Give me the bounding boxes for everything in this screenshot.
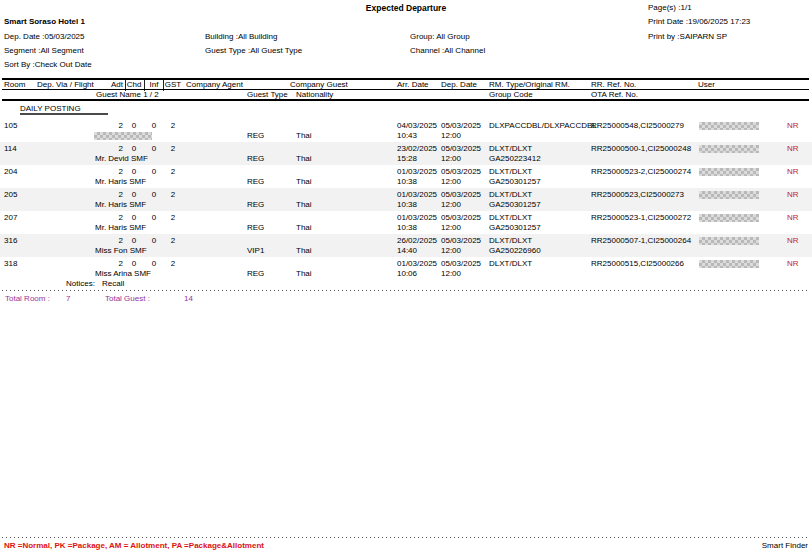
group-code: GA250301257	[489, 223, 541, 232]
guest-count: 2	[164, 144, 182, 153]
infant-count: 0	[146, 167, 162, 176]
page-count: Page(s) :1/1	[648, 3, 692, 12]
user-redacted	[699, 214, 759, 222]
arrival-date: 01/03/2025	[397, 213, 437, 222]
filter-guest-type: Guest Type :All Guest Type	[205, 46, 302, 55]
nationality: Thai	[296, 269, 312, 278]
adult-count: 2	[104, 236, 123, 245]
nationality: Thai	[296, 223, 312, 232]
col-ota-ref-no: OTA Ref. No.	[591, 90, 638, 99]
child-count: 0	[126, 236, 142, 245]
col-adt: Adt	[104, 80, 123, 89]
guest-type: REG	[247, 223, 264, 232]
hotel-name: Smart Soraso Hotel 1	[4, 17, 85, 26]
col-inf: Inf	[146, 80, 162, 89]
total-room-value: 7	[66, 294, 70, 303]
room-type: DLXT/DLXT	[489, 213, 532, 222]
filter-channel: Channel :All Channel	[410, 46, 485, 55]
guest-count: 2	[164, 213, 182, 222]
child-count: 0	[126, 213, 142, 222]
nationality: Thai	[296, 177, 312, 186]
arrival-time: 10:38	[397, 177, 417, 186]
arrival-time: 10:38	[397, 223, 417, 232]
user-redacted	[699, 191, 759, 199]
arrival-date: 01/03/2025	[397, 259, 437, 268]
filter-group: Group: All Group	[410, 32, 470, 41]
rr-ref-no: RR25000507-1,CI25000264	[591, 236, 691, 245]
room-number: 316	[4, 236, 17, 245]
rr-ref-no: RR25000523-2,CI25000274	[591, 167, 691, 176]
guest-count: 2	[164, 259, 182, 268]
table-row: 205 2 0 0 2 01/03/2025 05/03/2025 DLXT/D…	[0, 188, 812, 211]
room-type: DLXT/DLXT	[489, 236, 532, 245]
room-type: DLXT/DLXT	[489, 167, 532, 176]
room-number: 205	[4, 190, 17, 199]
departure-date: 05/03/2025	[441, 144, 481, 153]
departure-time: 12:00	[441, 269, 461, 278]
infant-count: 0	[146, 236, 162, 245]
nationality: Thai	[296, 131, 312, 140]
infant-count: 0	[146, 259, 162, 268]
guest-type: VIP1	[247, 246, 264, 255]
status-code: NR	[787, 259, 799, 268]
guest-type: REG	[247, 177, 264, 186]
room-type: DLXPACCDBL/DLXPACCDBL	[489, 121, 597, 130]
room-type: DLXT/DLXT	[489, 190, 532, 199]
arrival-time: 14:40	[397, 246, 417, 255]
arrival-time: 10:06	[397, 269, 417, 278]
col-dep-via-flight: Dep. Via / Flight	[37, 80, 94, 89]
status-code: NR	[787, 121, 799, 130]
child-count: 0	[126, 167, 142, 176]
adult-count: 2	[104, 213, 123, 222]
room-number: 105	[4, 121, 17, 130]
table-row: 114 2 0 0 2 23/02/2025 05/03/2025 DLXT/D…	[0, 142, 812, 165]
arrival-date: 01/03/2025	[397, 167, 437, 176]
col-nationality: Nationality	[296, 90, 333, 99]
guest-count: 2	[164, 236, 182, 245]
total-guest-value: 14	[184, 294, 193, 303]
arrival-date: 26/02/2025	[397, 236, 437, 245]
arrival-time: 10:38	[397, 200, 417, 209]
user-redacted	[699, 122, 759, 130]
guest-name: Miss Arina SMF	[95, 269, 151, 278]
notices-value: Recall	[102, 279, 124, 288]
departure-date: 05/03/2025	[441, 236, 481, 245]
col-rm-type: RM. Type/Original RM.	[489, 80, 570, 89]
col-user: User	[698, 80, 715, 89]
report-page: Expected Departure Page(s) :1/1 Smart So…	[0, 0, 812, 559]
rr-ref-no: RR25000523-1,CI25000272	[591, 213, 691, 222]
total-room-label: Total Room :	[5, 294, 50, 303]
arrival-date: 01/03/2025	[397, 190, 437, 199]
guest-name-redacted	[94, 132, 152, 140]
group-code: GA250226960	[489, 246, 541, 255]
col-room: Room	[4, 80, 25, 89]
infant-count: 0	[146, 121, 162, 130]
status-legend: NR =Normal, PK =Package, AM = Allotment,…	[4, 541, 264, 550]
col-guest-name: Guest Name 1 / 2	[96, 90, 159, 99]
print-by: Print by :SAIPARN SP	[648, 32, 727, 41]
user-redacted	[699, 237, 759, 245]
status-code: NR	[787, 236, 799, 245]
room-type: DLXT/DLXT	[489, 144, 532, 153]
departure-time: 12:00	[441, 177, 461, 186]
col-guest-type: Guest Type	[247, 90, 288, 99]
col-dep-date: Dep. Date	[441, 80, 477, 89]
filter-sort-by: Sort By :Check Out Date	[4, 60, 92, 69]
departure-date: 05/03/2025	[441, 167, 481, 176]
departure-date: 05/03/2025	[441, 190, 481, 199]
rr-ref-no: RR25000515,CI25000266	[591, 259, 684, 268]
room-number: 318	[4, 259, 17, 268]
departure-time: 12:00	[441, 154, 461, 163]
adult-count: 2	[104, 144, 123, 153]
adult-count: 2	[104, 121, 123, 130]
footer-separator	[2, 537, 810, 538]
adult-count: 2	[104, 259, 123, 268]
status-code: NR	[787, 190, 799, 199]
arrival-date: 04/03/2025	[397, 121, 437, 130]
section-title: DAILY POSTING	[20, 104, 81, 113]
status-code: NR	[787, 167, 799, 176]
filter-segment: Segment :All Segment	[4, 46, 84, 55]
section-underline	[20, 113, 108, 115]
room-number: 204	[4, 167, 17, 176]
filter-dep-date: Dep. Date :05/03/2025	[4, 32, 85, 41]
